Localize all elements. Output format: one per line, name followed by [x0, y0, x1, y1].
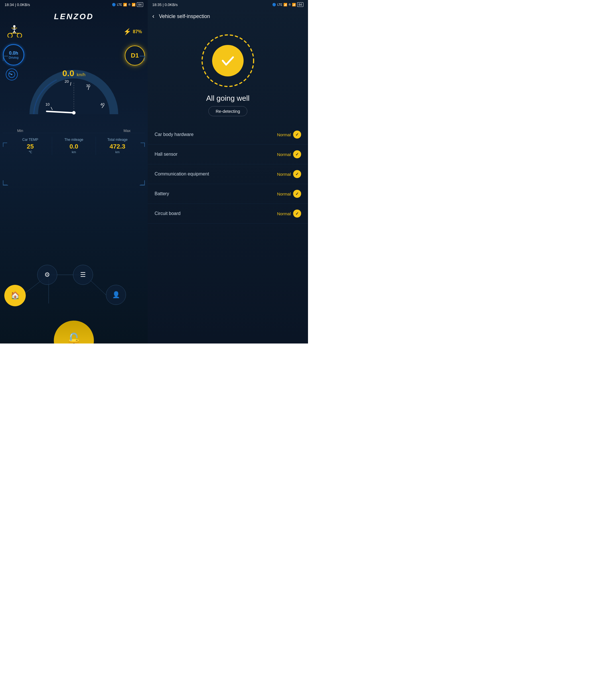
inspection-status-text-1: Normal [277, 152, 291, 157]
list-icon: ☰ [80, 271, 86, 279]
re-detecting-button[interactable]: Re-detecting [208, 106, 247, 116]
stat-label-2: Total mileage [98, 138, 137, 142]
inspection-status-1: Normal ✓ [277, 150, 301, 158]
lte-icon: LTE [117, 3, 122, 6]
inspection-list: Car body hardware Normal ✓ Hall sensor N… [148, 125, 308, 344]
dashboard-area: 0.0h Driving 10 20 [0, 40, 148, 131]
back-button[interactable]: ‹ [152, 13, 154, 20]
battery-indicator: ⚡ 87% [124, 28, 142, 36]
left-panel: 18:34 | 0.0KB/s 🔵 LTE 📶 ® 📶 84 LENZOD [0, 0, 148, 344]
lightning-icon: ⚡ [124, 28, 131, 36]
inspection-status-text-4: Normal [277, 211, 291, 216]
dotted-circle [199, 32, 257, 89]
stat-unit-0: ℃ [11, 150, 49, 154]
svg-text:20: 20 [65, 79, 69, 84]
right-panel: 18:35 | 0.0KB/s 🔵 LTE 📶 ® 📶 84 ‹ Vehicle… [148, 0, 308, 344]
svg-text:30: 30 [86, 84, 90, 88]
spacer [0, 159, 148, 181]
profile-nav-button[interactable]: 👤 [106, 285, 126, 305]
check-svg [219, 52, 237, 69]
stats-row: Car TEMP 25 ℃ The mileage 0.0 km Total m… [3, 133, 145, 159]
inspection-name-3: Battery [155, 191, 169, 196]
right-time: 18:35 [152, 3, 162, 7]
svg-point-5 [13, 25, 16, 27]
inspection-status-text-3: Normal [277, 192, 291, 196]
d1-badge[interactable]: D1 [125, 45, 145, 66]
page-title: Vehicle self-inspection [159, 14, 210, 20]
corner-tr [140, 56, 145, 61]
logo-area: LENZOD [0, 9, 148, 23]
stat-corner-br [140, 181, 145, 185]
inspection-status-text-0: Normal [277, 132, 291, 137]
status-circle-area: All going well Re-detecting [148, 23, 308, 122]
left-data: 0.0KB/s [17, 3, 30, 7]
stat-unit-2: km [98, 150, 137, 154]
signal-icon: 📶 [123, 3, 127, 6]
stat-mileage: The mileage 0.0 km [52, 136, 95, 155]
right-r-icon: ® [288, 3, 290, 6]
speed-icon-circle [6, 68, 18, 81]
all-well-text: All going well [206, 94, 249, 103]
battery-level-right: 84 [297, 2, 303, 7]
battery-percent: 87% [133, 29, 142, 35]
left-time: 18:34 [5, 3, 14, 7]
left-time-data: 18:34 | 0.0KB/s [5, 3, 30, 7]
stat-value-2: 472.3 [98, 143, 137, 150]
inspection-status-3: Normal ✓ [277, 190, 301, 198]
store-icon: 🏠 [10, 291, 20, 300]
status-badge-2: ✓ [293, 170, 301, 178]
svg-point-12 [11, 74, 12, 75]
scooter-icon [6, 25, 23, 39]
settings-nav-button[interactable]: ⚙ [37, 265, 57, 285]
svg-text:10: 10 [45, 102, 49, 107]
stat-unit-1: km [54, 150, 93, 154]
profile-icon: 👤 [112, 291, 120, 298]
inspection-item-0: Car body hardware Normal ✓ [148, 125, 308, 145]
left-status-icons: 🔵 LTE 📶 ® 📶 84 [112, 2, 143, 7]
right-lte-icon: LTE [278, 3, 283, 6]
store-nav-button[interactable]: 🏠 [4, 285, 26, 306]
stat-total-mileage: Total mileage 472.3 km [96, 136, 139, 155]
list-nav-button[interactable]: ☰ [73, 265, 93, 285]
inspection-item-1: Hall sensor Normal ✓ [148, 145, 308, 164]
page-header: ‹ Vehicle self-inspection [148, 9, 308, 23]
svg-point-1 [17, 33, 22, 38]
right-status-icons: 🔵 LTE 📶 ® 📶 84 [272, 2, 303, 7]
inspection-status-text-2: Normal [277, 172, 291, 177]
right-signal-icon: 📶 [283, 3, 287, 6]
stat-corner-bl [3, 181, 7, 185]
bottom-nav: ⚙ ☰ 🏠 👤 🔓 [0, 252, 148, 344]
battery-level-left: 84 [137, 2, 143, 7]
bluetooth-icon: 🔵 [112, 3, 116, 6]
inspection-name-0: Car body hardware [155, 132, 194, 137]
lock-icon: 🔓 [65, 332, 83, 344]
right-signal2-icon: 📶 [292, 3, 296, 6]
status-bar-right: 18:35 | 0.0KB/s 🔵 LTE 📶 ® 📶 84 [148, 0, 308, 9]
speed-value-wrap: 0.0 km/h [62, 68, 86, 78]
right-data: 0.0KB/s [164, 3, 178, 7]
stat-corner-tl [3, 142, 7, 147]
driving-label: Driving [8, 56, 18, 59]
speed-value: 0.0 [62, 68, 74, 78]
stat-corner-tr [140, 142, 145, 147]
inspection-item-4: Circuit board Normal ✓ [148, 204, 308, 224]
logo-text: LENZOD [54, 12, 94, 21]
right-bluetooth-icon: 🔵 [272, 3, 276, 6]
status-check-circle [212, 45, 244, 76]
settings-icon: ⚙ [44, 271, 50, 279]
status-badge-3: ✓ [293, 190, 301, 198]
inspection-name-4: Circuit board [155, 211, 181, 216]
svg-text:40: 40 [101, 102, 105, 107]
top-icons-row: ⚡ 87% [0, 23, 148, 40]
status-badge-0: ✓ [293, 131, 301, 138]
speed-unit: km/h [77, 72, 85, 77]
inspection-status-2: Normal ✓ [277, 170, 301, 178]
inspection-item-2: Communication equipment Normal ✓ [148, 164, 308, 184]
speedometer-container: 10 20 30 40 0.0 km/h [28, 66, 120, 123]
inspection-name-2: Communication equipment [155, 172, 209, 177]
inspection-item-3: Battery Normal ✓ [148, 184, 308, 204]
stat-label-0: Car TEMP [11, 138, 49, 142]
stat-label-1: The mileage [54, 138, 93, 142]
corner-tl [3, 56, 8, 61]
status-badge-1: ✓ [293, 150, 301, 158]
